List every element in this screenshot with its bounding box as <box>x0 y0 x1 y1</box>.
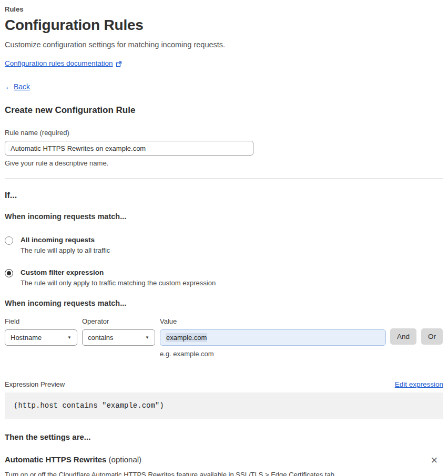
operator-select-value: contains <box>88 334 113 342</box>
rule-name-input[interactable] <box>5 141 253 156</box>
radio-option-label: Custom filter expression <box>21 268 216 276</box>
and-button[interactable]: And <box>390 328 416 345</box>
back-arrow-icon: ← <box>5 82 13 91</box>
external-link-icon <box>116 61 122 67</box>
filter-expression-row: Field Hostname ▼ Operator contains ▼ Val… <box>5 317 443 358</box>
field-label: Field <box>5 317 77 325</box>
rule-name-help: Give your rule a descriptive name. <box>5 159 443 167</box>
documentation-link[interactable]: Configuration rules documentation <box>5 59 113 67</box>
field-select-value: Hostname <box>11 334 42 342</box>
setting-title-name: Automatic HTTPS Rewrites <box>5 455 106 464</box>
filter-builder-heading: When incoming requests match... <box>5 299 443 307</box>
operator-label: Operator <box>82 317 155 325</box>
chevron-down-icon: ▼ <box>67 335 72 340</box>
expression-preview-code: (http.host contains "example.com") <box>5 392 443 419</box>
value-label: Value <box>160 317 386 325</box>
value-input[interactable]: example.com <box>160 329 386 346</box>
section-divider <box>5 178 443 179</box>
edit-expression-link[interactable]: Edit expression <box>395 380 443 388</box>
value-help-text: e.g. example.com <box>160 350 386 358</box>
operator-select[interactable]: contains ▼ <box>82 329 155 346</box>
radio-option-label: All incoming requests <box>21 236 110 244</box>
setting-description: Turn on or off the Cloudflare Automatic … <box>5 471 443 476</box>
radio-checked-icon[interactable] <box>5 269 13 277</box>
radio-option-all-requests[interactable]: All incoming requests The rule will appl… <box>5 236 443 254</box>
match-type-heading: When incoming requests match... <box>5 212 443 221</box>
setting-optional-tag: (optional) <box>106 455 141 464</box>
chevron-down-icon: ▼ <box>145 335 149 340</box>
radio-option-custom-filter[interactable]: Custom filter expression The rule will o… <box>5 268 443 287</box>
or-button[interactable]: Or <box>421 328 443 345</box>
radio-unchecked-icon[interactable] <box>5 236 13 245</box>
value-input-text: example.com <box>166 333 207 342</box>
close-icon[interactable]: ✕ <box>429 455 440 466</box>
create-rule-heading: Create new Configuration Rule <box>5 105 443 116</box>
back-link[interactable]: ← Back <box>5 82 443 91</box>
radio-option-description: The rule will only apply to traffic matc… <box>21 279 216 287</box>
page-subtitle: Customize configuration settings for mat… <box>5 40 443 49</box>
expression-preview-label: Expression Preview <box>5 380 65 388</box>
radio-option-description: The rule will apply to all traffic <box>21 246 110 254</box>
page-title: Configuration Rules <box>5 17 443 34</box>
rule-name-label: Rule name (required) <box>5 129 443 137</box>
if-section-heading: If... <box>5 191 443 200</box>
setting-title: Automatic HTTPS Rewrites (optional) <box>5 455 141 464</box>
breadcrumb: Rules <box>5 5 443 13</box>
field-select[interactable]: Hostname ▼ <box>5 329 77 346</box>
then-section-heading: Then the settings are... <box>5 432 443 441</box>
back-link-label[interactable]: Back <box>14 82 30 91</box>
match-type-radio-group: All incoming requests The rule will appl… <box>5 236 443 287</box>
